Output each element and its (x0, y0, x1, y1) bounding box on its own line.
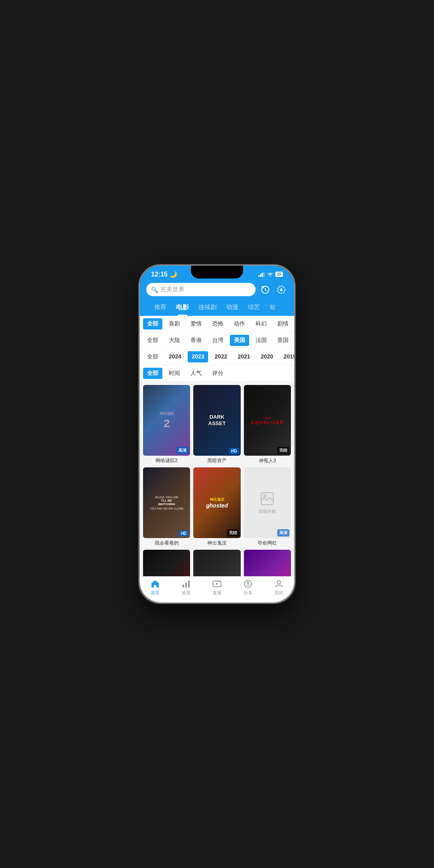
nav-mine-label: 我的 (274, 590, 283, 596)
search-box[interactable]: 🔍 完美世界 (146, 283, 256, 296)
movie-grid: 网络谜踪 2 高清 网络谜踪2 DARKASSET HD (143, 385, 291, 576)
movie-item-5[interactable]: 神出鬼没 ghosted 完结 神出鬼没 (193, 467, 240, 547)
region-filter-fr[interactable]: 法国 (252, 335, 271, 346)
year-filter-2023[interactable]: 2023 (188, 351, 208, 362)
movie-title-1: 网络谜踪2 (143, 457, 190, 464)
notch (191, 266, 243, 278)
movie-poster-8: MARTIN FORD · WELLS ASSASSIN (193, 550, 240, 576)
nav-home-label: 首页 (151, 590, 160, 596)
content-area[interactable]: 网络谜踪 2 高清 网络谜踪2 DARKASSET HD (140, 382, 294, 576)
movie-item-2[interactable]: DARKASSET HD 黑暗资产 (193, 385, 240, 464)
tab-series[interactable]: 连续剧 (194, 300, 221, 316)
load-fail-text: 加载失败 (258, 508, 276, 514)
sort-filter-all[interactable]: 全部 (143, 368, 162, 379)
movie-item-7[interactable]: A TRUE STORY OF IMPOSSIBLE ODDS TOM CRUI… (143, 550, 190, 576)
genre-filter-row: 全部 喜剧 爱情 恐怖 动作 科幻 剧情 战争 (140, 316, 294, 332)
status-icons: 35 (258, 272, 283, 277)
svg-rect-1 (260, 274, 261, 277)
movie-item-9[interactable]: DARE TO BELIEVE 🐘 Dare to Believe (244, 550, 291, 576)
movie-item-3[interactable]: THE EQUALIZER 完结 伸冤人3 (244, 385, 291, 464)
svg-marker-13 (216, 583, 218, 585)
sort-filter-rating[interactable]: 评分 (208, 368, 227, 379)
movie-title-3: 伸冤人3 (244, 457, 291, 464)
genre-filter-comedy[interactable]: 喜剧 (165, 318, 184, 330)
movie-poster-2: DARKASSET HD (193, 385, 240, 456)
tab-variety[interactable]: 综艺 (243, 300, 265, 316)
sort-filter-popularity[interactable]: 人气 (186, 368, 206, 379)
region-filter-tw[interactable]: 台湾 (208, 335, 227, 346)
movie-poster-7: A TRUE STORY OF IMPOSSIBLE ODDS TOM CRUI… (143, 550, 190, 576)
profile-icon (274, 579, 284, 589)
genre-filter-horror[interactable]: 恐怖 (208, 318, 227, 330)
wifi-icon (267, 272, 273, 277)
nav-live[interactable]: 直播 (202, 579, 233, 596)
bottom-nav: 首页 发现 直播 (140, 576, 294, 602)
movie-badge-6: 高清 (277, 529, 289, 536)
sort-filter-time[interactable]: 时间 (165, 368, 184, 379)
genre-filter-romance[interactable]: 爱情 (186, 318, 206, 330)
movie-badge-1: 高清 (176, 447, 188, 454)
movie-item-4[interactable]: ELIZA TAYLOR I'LL BEWATCHING YOU ARE NEV… (143, 467, 190, 547)
year-filter-all[interactable]: 全部 (143, 351, 162, 362)
svg-rect-3 (263, 272, 264, 277)
movie-poster-1: 网络谜踪 2 高清 (143, 385, 190, 456)
movie-poster-6: 加载失败 高清 (244, 467, 291, 538)
history-icon (260, 285, 270, 295)
region-filter-all[interactable]: 全部 (143, 335, 162, 346)
movie-badge-2: HD (229, 448, 239, 454)
signal-icon (258, 272, 265, 277)
genre-filter-action[interactable]: 动作 (230, 318, 249, 330)
poster-7-text: A TRUE STORY OF IMPOSSIBLE ODDS TOM CRUI… (143, 550, 190, 576)
year-filter-2019[interactable]: 2019 (280, 351, 294, 362)
history-button[interactable] (259, 283, 272, 296)
movie-title-4: 我会看着的 (143, 540, 190, 547)
movie-item-6[interactable]: 加载失败 高清 夺命网红 (244, 467, 291, 547)
tab-anime[interactable]: 动漫 (221, 300, 243, 316)
region-filter-us[interactable]: 美国 (230, 335, 249, 346)
nav-discover[interactable]: 发现 (171, 579, 202, 596)
phone-frame: 12:15 🌙 35 (139, 264, 295, 604)
year-filter-2024[interactable]: 2024 (165, 351, 185, 362)
nav-share-label: 分享 (244, 590, 252, 596)
movie-poster-9: DARE TO BELIEVE 🐘 (244, 550, 291, 576)
nav-home[interactable]: 首页 (140, 579, 171, 596)
poster-8-text: MARTIN FORD · WELLS ASSASSIN (193, 550, 240, 576)
svg-rect-9 (182, 585, 184, 588)
poster-4-text: ELIZA TAYLOR I'LL BEWATCHING YOU ARE NEV… (143, 467, 190, 538)
movie-poster-4: ELIZA TAYLOR I'LL BEWATCHING YOU ARE NEV… (143, 467, 190, 538)
tab-short[interactable]: 短 (265, 300, 280, 316)
filter-section: 全部 喜剧 爱情 恐怖 动作 科幻 剧情 战争 全部 大陆 香港 台湾 美国 法… (140, 316, 294, 382)
svg-rect-0 (258, 275, 260, 277)
nav-live-label: 直播 (213, 590, 221, 596)
poster-2-text: DARKASSET (193, 385, 240, 456)
movie-poster-3: THE EQUALIZER 完结 (244, 385, 291, 456)
year-filter-2020[interactable]: 2020 (257, 351, 277, 362)
tab-recommend[interactable]: 推荐 (149, 300, 171, 316)
year-filter-2022[interactable]: 2022 (211, 351, 231, 362)
genre-filter-scifi[interactable]: 科幻 (252, 318, 271, 330)
nav-mine[interactable]: 我的 (263, 579, 294, 596)
movie-poster-5: 神出鬼没 ghosted 完结 (193, 467, 240, 538)
phone-screen: 12:15 🌙 35 (140, 266, 294, 602)
header: 🔍 完美世界 (140, 280, 294, 316)
nav-discover-label: 发现 (182, 590, 190, 596)
tab-movie[interactable]: 电影 (171, 300, 194, 316)
movie-item-8[interactable]: MARTIN FORD · WELLS ASSASSIN Assassin (193, 550, 240, 576)
status-time: 12:15 🌙 (151, 270, 177, 278)
genre-filter-all[interactable]: 全部 (143, 318, 162, 330)
year-filter-2021[interactable]: 2021 (233, 351, 254, 362)
nav-share[interactable]: 分享 (232, 579, 263, 596)
image-error-icon (260, 491, 274, 506)
region-filter-mainland[interactable]: 大陆 (165, 335, 184, 346)
search-icon: 🔍 (151, 287, 158, 293)
share-icon (243, 579, 253, 589)
movie-title-5: 神出鬼没 (193, 540, 240, 547)
region-filter-uk[interactable]: 英国 (273, 335, 293, 346)
svg-rect-10 (185, 583, 187, 588)
download-button[interactable] (275, 283, 288, 296)
genre-filter-drama[interactable]: 剧情 (273, 318, 293, 330)
load-fail-indicator: 加载失败 (244, 467, 291, 538)
poster-1-text: 网络谜踪 2 (143, 385, 190, 456)
region-filter-hk[interactable]: 香港 (186, 335, 206, 346)
movie-item-1[interactable]: 网络谜踪 2 高清 网络谜踪2 (143, 385, 190, 464)
